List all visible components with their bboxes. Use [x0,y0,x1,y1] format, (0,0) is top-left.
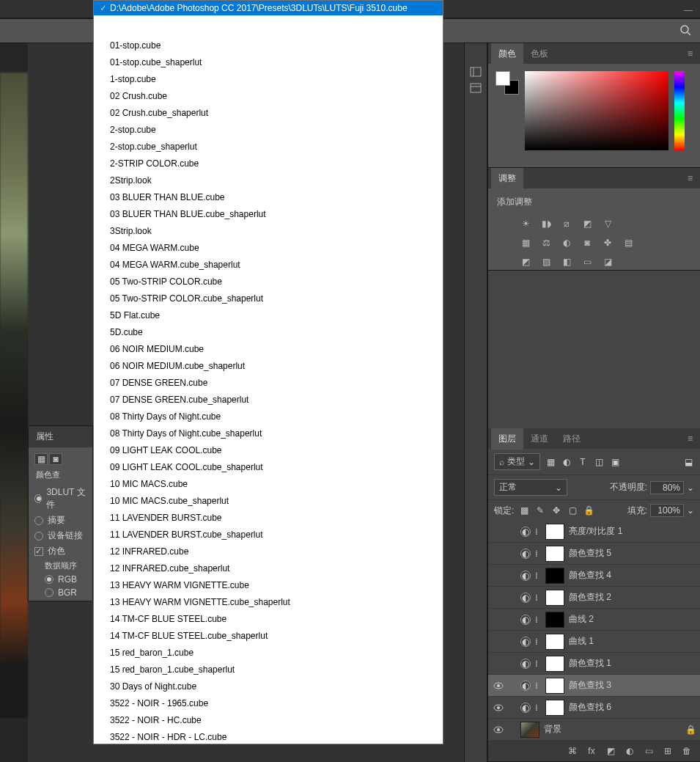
tab-channels[interactable]: 通道 [523,428,556,450]
panel-menu-icon[interactable]: ≡ [683,173,697,183]
layer-name[interactable]: 亮度/对比度 1 [569,525,696,538]
dropdown-item[interactable]: 03 BLUER THAN BLUE.cube [94,189,443,206]
dropdown-item[interactable]: 30 Days of Night.cube [94,678,443,695]
dropdown-item[interactable]: 09 LIGHT LEAK COOL.cube [94,442,443,459]
fg-bg-swatch[interactable] [495,71,519,95]
layer-row[interactable]: ◐⁞颜色查找 3 [488,675,700,697]
filter-toggle-icon[interactable]: ⬓ [682,456,694,468]
dropdown-item[interactable]: 03 BLUER THAN BLUE.cube_shaperlut [94,206,443,223]
selective-color-icon[interactable]: ◪ [601,255,614,268]
layer-fx-icon[interactable]: fx [586,745,597,757]
new-group-icon[interactable]: ▭ [643,745,655,757]
lut-file-radio[interactable]: 3DLUT 文件 [34,485,86,513]
lock-transparency-icon[interactable]: ▩ [518,505,530,516]
brightness-icon[interactable]: ☀ [519,217,532,230]
lut-dropdown[interactable]: ✓ D:\Adobe\Adobe Photoshop CC 2017\Prese… [93,0,443,744]
dropdown-item[interactable]: 04 MEGA WARM.cube_shaperlut [94,257,443,274]
dropdown-item[interactable]: 11 LAVENDER BURST.cube [94,510,443,527]
layer-name[interactable]: 曲线 1 [569,635,696,648]
dropdown-item[interactable]: 08 Thirty Days of Night.cube_shaperlut [94,425,443,442]
dropdown-item[interactable]: 2-stop.cube_shaperlut [94,139,443,155]
dropdown-item[interactable]: 12 INFRARED.cube_shaperlut [94,560,443,577]
layer-mask-thumb[interactable] [545,612,564,628]
dropdown-item[interactable]: 5D.cube [94,324,443,341]
layer-name[interactable]: 颜色查找 2 [569,591,696,604]
layer-name[interactable]: 颜色查找 1 [569,657,696,670]
lut-icon[interactable]: ▤ [622,236,635,249]
canvas[interactable] [0,43,28,762]
dropdown-item[interactable]: 08 Thirty Days of Night.cube [94,409,443,425]
color-field[interactable] [525,71,668,150]
dropdown-item[interactable]: 04 MEGA WARM.cube [94,240,443,257]
chevron-down-icon[interactable]: ⌄ [687,505,694,516]
blend-mode-select[interactable]: 正常 ⌄ [494,479,567,496]
abstract-radio[interactable]: 摘要 [34,513,86,528]
filter-type-icon[interactable]: T [577,456,589,468]
dropdown-item[interactable]: 01-stop.cube [94,37,443,54]
dropdown-item[interactable]: 3522 - NOIR - HDR - LC.cube [94,729,443,744]
layer-mask-thumb[interactable] [545,568,564,584]
layer-name[interactable]: 颜色查找 5 [569,547,696,560]
chevron-down-icon[interactable]: ⌄ [687,483,694,493]
opacity-input[interactable]: 80% [650,481,684,494]
layer-row[interactable]: ◐⁞曲线 1 [488,631,700,653]
dropdown-item[interactable]: 2-STRIP COLOR.cube [94,155,443,172]
foreground-swatch[interactable] [495,71,510,86]
layer-row[interactable]: ◐⁞颜色查找 5 [488,543,700,565]
bgr-radio[interactable]: BGR [45,586,86,599]
layer-mask-thumb[interactable] [545,524,564,540]
dropdown-item[interactable]: 15 red_baron_1.cube [94,645,443,662]
layer-mask-thumb[interactable] [545,634,564,650]
layer-row[interactable]: ◐⁞曲线 2 [488,609,700,631]
dropdown-item[interactable]: 3522 - NOIR - 1965.cube [94,695,443,712]
threshold-icon[interactable]: ◧ [560,255,573,268]
filter-smart-icon[interactable]: ▣ [609,456,621,468]
lock-all-icon[interactable]: 🔒 [583,505,594,516]
rgb-radio[interactable]: RGB [45,573,86,586]
hue-icon[interactable]: ▦ [519,236,532,249]
layer-mask-thumb[interactable] [545,590,564,606]
layer-row[interactable]: ◐⁞颜色查找 2 [488,587,700,609]
dropdown-item[interactable]: 10 MIC MACS.cube [94,476,443,493]
dropdown-item[interactable]: 2-stop.cube [94,122,443,139]
visibility-toggle[interactable] [493,704,504,711]
balance-icon[interactable]: ⚖ [539,236,553,249]
prop-icon-1[interactable]: ▦ [34,453,48,465]
filter-pixel-icon[interactable]: ▦ [545,456,556,468]
tab-adjustments[interactable]: 调整 [491,168,523,189]
layer-mask-thumb[interactable] [545,678,564,694]
invert-icon[interactable]: ◩ [519,255,532,268]
dropdown-item[interactable]: 02 Crush.cube_shaperlut [94,105,443,122]
photo-filter-icon[interactable]: ◙ [581,236,594,249]
layer-thumb[interactable] [520,722,539,738]
tab-color[interactable]: 颜色 [491,43,523,65]
prop-icon-2[interactable]: ◙ [49,453,62,465]
dropdown-item[interactable]: 10 MIC MACS.cube_shaperlut [94,493,443,510]
dropdown-item[interactable]: 06 NOIR MEDIUM.cube [94,341,443,358]
dropdown-item[interactable]: 05 Two-STRIP COLOR.cube [94,274,443,290]
dropdown-item[interactable]: 13 HEAVY WARM VIGNETTE.cube_shaperlut [94,594,443,611]
device-link-radio[interactable]: 设备链接 [34,528,86,543]
hue-slider[interactable] [674,71,685,150]
layer-mask-thumb[interactable] [545,656,564,672]
dropdown-item[interactable]: 2Strip.look [94,172,443,189]
gradient-map-icon[interactable]: ▭ [581,255,594,268]
dither-checkbox[interactable]: 仿色 [34,543,86,559]
tab-layers[interactable]: 图层 [491,428,523,450]
dock-icon-1[interactable] [468,65,483,78]
layer-name[interactable]: 颜色查找 4 [569,569,696,582]
filter-shape-icon[interactable]: ◫ [593,456,605,468]
fill-input[interactable]: 100% [650,504,684,517]
new-layer-icon[interactable]: ⊞ [662,745,674,757]
lock-image-icon[interactable]: ✎ [534,505,546,516]
dropdown-item[interactable]: 09 LIGHT LEAK COOL.cube_shaperlut [94,459,443,476]
dropdown-selected-item[interactable]: ✓ D:\Adobe\Adobe Photoshop CC 2017\Prese… [94,1,443,15]
filter-adjust-icon[interactable]: ◐ [561,456,572,468]
visibility-toggle[interactable] [493,726,504,733]
dropdown-item[interactable]: 14 TM-CF BLUE STEEL.cube_shaperlut [94,628,443,645]
layer-mask-thumb[interactable] [545,700,564,716]
tab-swatches[interactable]: 色板 [523,43,556,65]
dock-icon-2[interactable] [468,81,483,95]
layer-mask-icon[interactable]: ◩ [605,745,616,757]
layer-row[interactable]: ◐⁞颜色查找 1 [488,653,700,675]
